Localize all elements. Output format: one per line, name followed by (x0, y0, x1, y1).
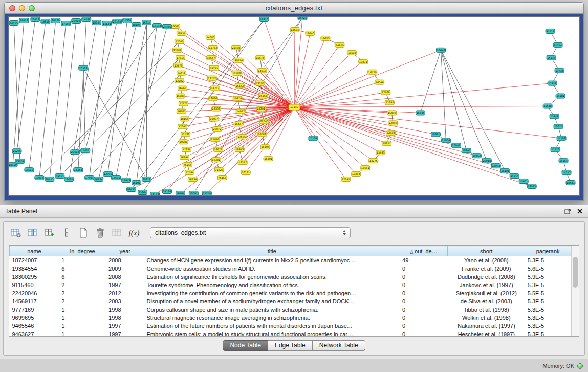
graph-node[interactable]: 20466 (162, 24, 171, 29)
graph-node[interactable]: 22608 (172, 48, 182, 52)
graph-node[interactable]: 18503 (347, 50, 357, 55)
graph-node[interactable]: 14257 (562, 170, 571, 175)
graph-node[interactable]: 12245 (341, 177, 351, 182)
graph-node[interactable]: 18641 (361, 166, 370, 170)
create-column-icon[interactable] (43, 227, 56, 239)
graph-node[interactable]: 19613 (321, 36, 330, 40)
tab-edge-table[interactable]: Edge Table (268, 340, 313, 351)
graph-node[interactable]: 18641 (566, 181, 575, 185)
graph-node[interactable]: 15493 (376, 150, 385, 155)
graph-node[interactable]: 16191 (500, 169, 510, 173)
graph-node[interactable]: 17594 (185, 170, 194, 175)
graph-node[interactable]: 99774 (234, 58, 243, 62)
graph-node[interactable]: 16646 (437, 48, 446, 52)
graph-node[interactable]: 15446 (387, 111, 397, 115)
column-header-year[interactable]: year (106, 246, 144, 256)
graph-node[interactable]: 92450 (510, 174, 519, 179)
graph-node[interactable]: 20981 (179, 140, 188, 144)
float-panel-icon[interactable] (564, 208, 572, 214)
graph-node[interactable]: 16265 (258, 94, 268, 98)
graph-node[interactable]: 15948 (550, 114, 559, 119)
graph-node[interactable]: 15011 (81, 148, 90, 153)
graph-node[interactable]: 14275 (209, 65, 219, 70)
graph-node[interactable]: 19734 (555, 68, 564, 73)
graph-node[interactable]: 75254 (183, 163, 192, 167)
graph-node[interactable]: 92450 (127, 187, 136, 192)
import-table-icon[interactable] (111, 227, 123, 239)
graph-node[interactable]: 14134 (102, 21, 112, 26)
graph-node[interactable]: 17601 (519, 179, 528, 184)
graph-node[interactable]: 17771 (179, 101, 188, 106)
graph-node[interactable]: 18310 (259, 17, 269, 21)
graph-node[interactable]: 12752 (207, 76, 216, 80)
graph-node[interactable]: 19013 (35, 176, 44, 180)
graph-node[interactable]: 18973 (491, 164, 500, 168)
graph-node[interactable]: 20463 (472, 154, 481, 158)
graph-node[interactable]: 11533 (181, 132, 190, 137)
graph-node[interactable]: 13095 (103, 172, 113, 177)
graph-node[interactable]: 18302 (256, 106, 266, 111)
graph-node[interactable]: 15004 (441, 138, 450, 143)
graph-node[interactable]: 15958 (548, 81, 557, 85)
graph-node[interactable]: 17240 (289, 104, 300, 110)
table-row[interactable]: 1456911722003Disruption of a novel membe… (10, 297, 571, 305)
graph-node[interactable]: 22488 (231, 45, 241, 50)
graph-node[interactable]: 18973 (122, 178, 131, 183)
table-row[interactable]: 946362711997Embryonic stem cells: a mode… (10, 330, 571, 337)
graph-node[interactable]: 14618 (257, 68, 267, 73)
graph-node[interactable]: 18973 (235, 147, 244, 152)
zoom-window-button[interactable] (29, 5, 35, 11)
table-row[interactable]: 977716911998Corpus callosum shape and si… (10, 305, 571, 314)
graph-node[interactable]: 16134 (94, 177, 103, 182)
graph-node[interactable]: 12168 (381, 90, 390, 95)
graph-node[interactable]: 71528 (214, 168, 224, 172)
graph-node[interactable]: 11518 (543, 104, 552, 108)
graph-node[interactable]: 16547 (206, 55, 215, 60)
graph-node[interactable]: 14134 (162, 189, 171, 194)
graph-node[interactable]: 16194 (180, 155, 189, 160)
graph-node[interactable]: 14977 (236, 109, 245, 114)
graph-node[interactable]: 15134 (309, 136, 318, 141)
graph-node[interactable]: 16061 (170, 24, 180, 28)
graph-node[interactable]: 18153 (150, 192, 160, 195)
graph-node[interactable]: 15334 (123, 18, 132, 23)
graph-node[interactable]: 19518 (25, 168, 34, 172)
graph-node[interactable]: 20165 (113, 19, 122, 24)
tab-node-table[interactable]: Node Table (223, 340, 268, 351)
graph-node[interactable]: 16046 (451, 143, 461, 148)
graph-node[interactable]: 18671 (213, 147, 223, 152)
graph-node[interactable]: 10974 (233, 96, 242, 101)
graph-node[interactable]: 12577 (238, 160, 247, 165)
graph-node[interactable]: 13675 (554, 124, 563, 129)
graph-node[interactable]: 13095 (527, 184, 536, 189)
network-svg[interactable]: 1724016061184571204022608175141547914618… (9, 17, 579, 195)
graph-node[interactable]: 14618 (177, 71, 186, 75)
scrollbar-thumb[interactable] (573, 257, 578, 288)
graph-node[interactable]: 59015 (55, 174, 64, 179)
graph-node[interactable]: 15491 (264, 157, 273, 161)
graph-node[interactable]: 18381 (431, 132, 441, 137)
window-titlebar[interactable]: citations_edges.txt (5, 3, 583, 14)
minimize-window-button[interactable] (19, 5, 25, 11)
table-row[interactable]: 1938455462009Genome-wide association stu… (10, 265, 571, 273)
graph-node[interactable]: 20918 (482, 159, 491, 163)
graph-node[interactable]: 20253 (9, 20, 18, 25)
graph-node[interactable]: 16261 (178, 86, 187, 91)
table-row[interactable]: 969969511998Structural magnetic resonanc… (10, 314, 571, 322)
graph-node[interactable]: 16785 (177, 109, 186, 114)
graph-node[interactable]: 18308 (211, 106, 221, 111)
graph-node[interactable]: 14038 (82, 17, 91, 21)
graph-node[interactable]: 18957 (382, 141, 391, 146)
graph-node[interactable]: 20129 (51, 18, 60, 23)
table-row[interactable]: 2242004622012Investigating the contribut… (10, 289, 571, 297)
graph-node[interactable]: 20072 (212, 127, 222, 132)
table-options-icon[interactable] (10, 227, 22, 239)
network-canvas[interactable]: 1724016061184571204022608175141547914618… (8, 16, 580, 196)
column-header-in-degree[interactable]: in_degree (59, 246, 106, 256)
table-scrollbar[interactable] (571, 246, 579, 336)
graph-node[interactable]: 25206 (12, 149, 21, 154)
table-selector-dropdown[interactable]: citations_edges.txt (150, 227, 351, 238)
column-header-pagerank[interactable]: pagerank (525, 246, 571, 256)
graph-node[interactable]: 21016 (210, 137, 220, 142)
graph-node[interactable]: 20533 (79, 65, 88, 70)
